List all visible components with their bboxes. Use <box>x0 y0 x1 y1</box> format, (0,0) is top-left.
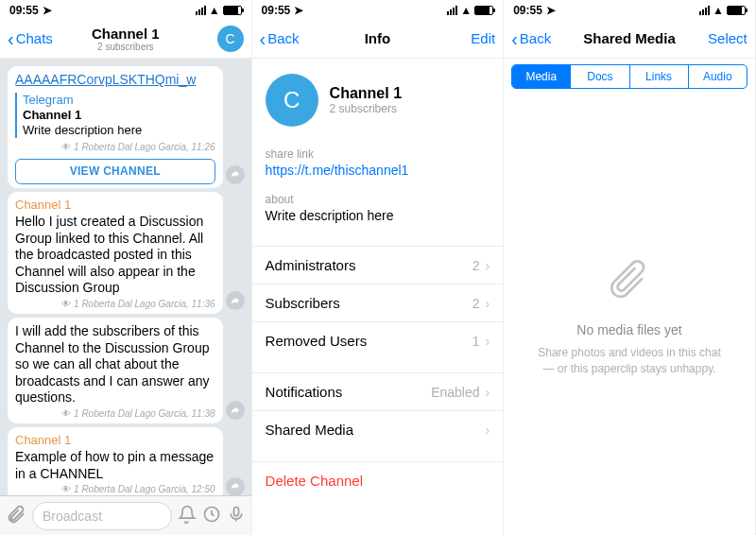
message-bubble[interactable]: AAAAAFRCorvpLSKTHQmi_w Telegram Channel … <box>8 66 223 188</box>
back-button[interactable]: ‹Back <box>511 29 560 48</box>
broadcast-input[interactable]: Broadcast <box>32 502 172 530</box>
channel-name: Channel 1 <box>330 85 402 102</box>
empty-subtitle: Share photos and videos in this chat — o… <box>532 345 727 377</box>
compose-bar: Broadcast <box>0 495 251 535</box>
message-meta: 👁1 Roberta Dal Lago Garcia, 12:50 <box>15 484 215 495</box>
status-bar: 09:55➤ ▲ <box>0 0 251 19</box>
tab-docs[interactable]: Docs <box>571 65 629 88</box>
empty-state: No media files yet Share photos and vide… <box>504 95 755 535</box>
back-label: Chats <box>16 30 53 46</box>
tab-media[interactable]: Media <box>512 65 571 88</box>
chat-panel: 09:55➤ ▲ ‹Chats Channel 1 2 subscribers … <box>0 0 252 535</box>
battery-icon <box>727 6 746 15</box>
mic-icon[interactable] <box>227 505 246 527</box>
wifi-icon: ▲ <box>209 4 220 17</box>
chat-scroll[interactable]: AAAAAFRCorvpLSKTHQmi_w Telegram Channel … <box>0 59 251 495</box>
forward-icon[interactable] <box>226 165 245 184</box>
back-button[interactable]: ‹Back <box>260 29 309 48</box>
message-sender: Channel 1 <box>15 433 215 448</box>
row-label: Notifications <box>266 384 343 400</box>
battery-icon <box>474 6 493 15</box>
message-text: Example of how to pin a message in a CHA… <box>15 449 215 482</box>
back-label: Back <box>520 30 551 46</box>
signal-icon <box>196 6 206 15</box>
notifications-row[interactable]: Notifications Enabled› <box>252 372 504 410</box>
status-time: 09:55 <box>9 4 39 17</box>
media-title: Shared Media <box>560 30 698 46</box>
schedule-icon[interactable] <box>202 505 221 527</box>
back-to-chats[interactable]: ‹Chats <box>8 29 57 48</box>
row-label: Subscribers <box>266 295 340 311</box>
status-bar: 09:55➤ ▲ <box>252 0 504 19</box>
chevron-left-icon: ‹ <box>511 29 518 48</box>
delete-channel-button[interactable]: Delete Channel <box>252 461 504 499</box>
row-label: Administrators <box>266 257 356 273</box>
row-value: 1 <box>472 334 480 349</box>
tab-links[interactable]: Links <box>630 65 689 88</box>
paperclip-icon <box>601 252 658 309</box>
channel-avatar[interactable]: C <box>266 74 318 127</box>
signal-icon <box>447 6 457 15</box>
forward-icon[interactable] <box>226 477 245 495</box>
location-icon: ➤ <box>294 4 303 17</box>
shared-media-row[interactable]: Shared Media › <box>252 410 504 448</box>
message-link[interactable]: AAAAAFRCorvpLSKTHQmi_w <box>15 72 215 89</box>
info-title: Info <box>309 30 447 46</box>
subscribers-row[interactable]: Subscribers 2› <box>252 284 504 321</box>
info-scroll[interactable]: C Channel 1 2 subscribers share link htt… <box>252 59 504 535</box>
removed-users-row[interactable]: Removed Users 1› <box>252 321 504 359</box>
wifi-icon: ▲ <box>713 4 724 17</box>
row-value: 2 <box>472 258 480 273</box>
edit-button[interactable]: Edit <box>446 30 495 46</box>
chevron-left-icon: ‹ <box>8 29 14 48</box>
channel-header: C Channel 1 2 subscribers <box>252 59 504 142</box>
message-meta: 👁1 Roberta Dal Lago Garcia, 11:38 <box>15 408 215 421</box>
select-button[interactable]: Select <box>698 30 747 46</box>
media-tabs: Media Docs Links Audio <box>511 64 747 89</box>
message-text: I will add the subscribers of this Chann… <box>15 323 215 406</box>
chevron-right-icon: › <box>486 385 490 400</box>
view-channel-button[interactable]: VIEW CHANNEL <box>15 159 215 184</box>
about-label: about <box>266 193 490 206</box>
message-bubble[interactable]: Channel 1 Example of how to pin a messag… <box>8 427 223 495</box>
share-link[interactable]: https://t.me/thischannel1 <box>266 163 490 178</box>
chevron-right-icon: › <box>486 258 490 273</box>
back-label: Back <box>267 30 299 46</box>
message-bubble[interactable]: Channel 1 Hello I just created a Discuss… <box>8 192 223 314</box>
location-icon: ➤ <box>43 4 52 17</box>
row-value: 2 <box>472 296 480 311</box>
views-icon: 👁 <box>61 484 71 495</box>
share-link-label: share link <box>266 147 490 161</box>
about-text: Write description here <box>266 208 490 223</box>
views-icon: 👁 <box>61 408 71 421</box>
channel-avatar[interactable]: C <box>217 26 244 52</box>
administrators-row[interactable]: Administrators 2› <box>252 246 504 284</box>
attach-icon[interactable] <box>6 504 26 528</box>
status-time: 09:55 <box>513 4 542 17</box>
mute-icon[interactable] <box>178 505 197 527</box>
chevron-left-icon: ‹ <box>260 29 266 48</box>
views-icon: 👁 <box>61 299 71 311</box>
message-meta: 👁1 Roberta Dal Lago Garcia, 11:36 <box>15 299 215 311</box>
row-label: Removed Users <box>266 333 368 349</box>
tab-audio[interactable]: Audio <box>689 65 747 88</box>
chevron-right-icon: › <box>486 423 490 438</box>
row-value: Enabled <box>431 385 479 400</box>
link-preview: Telegram Channel 1 Write description her… <box>15 93 215 139</box>
chat-title-block[interactable]: Channel 1 2 subscribers <box>57 26 195 52</box>
preview-desc: Write description here <box>23 123 215 138</box>
chat-subtitle: 2 subscribers <box>57 42 195 52</box>
media-nav: ‹Back Shared Media Select <box>504 19 755 59</box>
preview-app: Telegram <box>23 93 215 108</box>
row-label: Shared Media <box>266 422 353 438</box>
forward-icon[interactable] <box>226 291 245 310</box>
message-bubble[interactable]: I will add the subscribers of this Chann… <box>8 318 223 423</box>
signal-icon <box>699 6 710 15</box>
about-section: about Write description here <box>252 187 504 233</box>
info-nav: ‹Back Info Edit <box>252 19 504 59</box>
share-link-section: share link https://t.me/thischannel1 <box>252 142 504 187</box>
message-sender: Channel 1 <box>15 198 215 213</box>
location-icon: ➤ <box>546 4 556 17</box>
message-text: Hello I just created a Discussion Group … <box>15 214 215 297</box>
forward-icon[interactable] <box>226 401 245 420</box>
